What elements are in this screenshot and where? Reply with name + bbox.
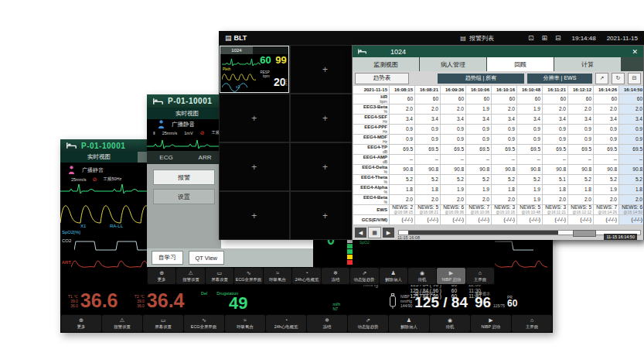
- empty-tile[interactable]: +: [290, 45, 361, 94]
- empty-tile[interactable]: +: [290, 94, 361, 142]
- toolbar-button-4[interactable]: ∿ECG全屏界面: [184, 315, 224, 332]
- toolbar-button-3[interactable]: ▭屏幕设置: [143, 315, 183, 332]
- trend-group-button[interactable]: 趋势组 | 所有: [438, 74, 524, 84]
- toolbar-button-7[interactable]: ❄冻结: [307, 315, 347, 332]
- toolbar-icon: ❄: [325, 317, 329, 324]
- row-label: HRbpm: [353, 94, 390, 104]
- toolbar-button-6[interactable]: ◔24h心电概览: [266, 315, 306, 332]
- toolbar-label: 解除病人: [400, 324, 417, 329]
- clock-date: 2021-11-15: [607, 35, 638, 42]
- spo2-wave-label: SpO2[%]: [62, 230, 80, 235]
- trend-cell: 0.9: [543, 135, 568, 145]
- toolbar-button-11[interactable]: ▶NIBP 启动: [437, 268, 465, 284]
- toolbar-button-1[interactable]: ⊕更多: [61, 315, 101, 332]
- trend-table-button[interactable]: 趋势表: [355, 73, 409, 84]
- trend-cell: 3.4: [619, 115, 644, 125]
- alarm-list-button[interactable]: ▤ 报警列表: [460, 34, 494, 43]
- toolbar-button-11[interactable]: ▶NIBP 启动: [471, 315, 511, 332]
- trend-cell: 0.9: [441, 135, 466, 145]
- scrollbar-thumb[interactable]: [408, 231, 557, 235]
- trend-cell: --: [517, 155, 543, 165]
- w1-patient-row[interactable]: 广播静音: [68, 166, 104, 174]
- trend-row-ews: EWSNEWS: 2@16:08:15NEWS: 5@16:08:21NEWS:…: [353, 205, 644, 215]
- row-label: EEG4-Beta%: [353, 195, 390, 205]
- trend-cell: (-/-/-): [543, 215, 568, 225]
- empty-tile[interactable]: +: [219, 191, 290, 240]
- trend-cell: 2.0: [619, 104, 644, 115]
- app-logo: ▤ BLT: [225, 34, 247, 42]
- toolbar-button-2[interactable]: ⚠报警设置: [176, 268, 204, 284]
- export-icon[interactable]: ⊡: [528, 34, 534, 42]
- qt-view-button[interactable]: QT View: [189, 251, 224, 265]
- trend-cell: 3.4: [594, 115, 619, 125]
- w1-tab-live-view[interactable]: 实时视图: [60, 152, 138, 163]
- dialog-tab-monitor-view[interactable]: 监测视图: [353, 57, 419, 71]
- grid-cell-1024[interactable]: 1024 60 99 Pleth RESPbpm 20 308 x1: [219, 45, 290, 94]
- toolbar-icon: ⚠: [120, 317, 124, 324]
- calendar-button[interactable]: ▦: [368, 227, 381, 238]
- dialog-navbar: ◀ ▦ ▶ 11-15 16:08 11-15 16:14:50: [353, 225, 643, 240]
- tile-spo2-value: 99: [275, 54, 286, 66]
- close-icon[interactable]: ✕: [632, 48, 638, 56]
- refresh-icon[interactable]: ↻: [612, 73, 625, 84]
- empty-tile[interactable]: +: [219, 94, 290, 142]
- trend-cell: --: [441, 155, 466, 165]
- toolbar-button-2[interactable]: ⚠报警设置: [102, 315, 142, 332]
- toolbar-button-5[interactable]: ≈呼吸氧合: [225, 315, 265, 332]
- toolbar-button-7[interactable]: ❄冻结: [322, 268, 349, 284]
- scrollbar-handle[interactable]: [573, 230, 596, 237]
- trend-cell: 0.9: [466, 135, 492, 145]
- trend-cell: 2.0: [619, 195, 644, 205]
- trend-cell: 1.9: [517, 185, 543, 195]
- page-next-button[interactable]: ▶: [383, 228, 394, 238]
- w2-tab-live-view[interactable]: 实时视图: [147, 108, 227, 119]
- dialog-tab-patient-management[interactable]: 病人管理: [420, 57, 486, 71]
- network-icon[interactable]: ⊞: [541, 34, 547, 42]
- toolbar-button-10[interactable]: ◉待机: [408, 268, 436, 284]
- print-icon[interactable]: ⊟: [628, 73, 641, 84]
- printer-icon[interactable]: ⊟: [555, 34, 561, 42]
- tile-resp-limits: 308: [284, 79, 288, 87]
- empty-tile[interactable]: +: [219, 142, 290, 191]
- trend-cell: 5.2: [415, 175, 441, 185]
- empty-tile[interactable]: +: [290, 191, 361, 240]
- trend-row-eeg4-ppf: EEG4-PPFHz0.90.90.90.90.90.90.90.90.90.9: [353, 125, 644, 135]
- empty-tile[interactable]: +: [290, 142, 361, 191]
- toolbar-button-4[interactable]: ∿ECG全屏界面: [234, 268, 263, 284]
- dialog-tab-review[interactable]: 回顾: [487, 57, 554, 71]
- current-position-badge: 11-15 16:14:50: [604, 234, 637, 240]
- toolbar-icon: ◉: [420, 270, 424, 276]
- toolbar-label: 待机: [418, 276, 427, 282]
- infusion-display[interactable]: DelDrugstation 49 ml/hN7: [201, 291, 340, 311]
- monitor-tile-1024[interactable]: 1024 60 99 Pleth RESPbpm 20 308 x1: [220, 46, 289, 93]
- resolution-button[interactable]: 分辨率 | EWS: [527, 74, 592, 84]
- toolbar-button-3[interactable]: ▭屏幕设置: [206, 268, 233, 284]
- temp1-display[interactable]: T1 ℃ 39.0 36.0 36.6: [68, 291, 118, 310]
- nibp-map-value: 96: [475, 296, 491, 310]
- toolbar-button-12[interactable]: ⌂主界面: [512, 315, 552, 332]
- toolbar-button-8[interactable]: ⇗动态短趋势: [350, 268, 378, 284]
- page-prev-button[interactable]: ◀: [355, 228, 366, 238]
- tab-ecg[interactable]: ECG: [147, 151, 186, 164]
- trend-cell: 1.8: [492, 185, 517, 195]
- toolbar-button-6[interactable]: ◔24h心电概览: [292, 268, 320, 284]
- toolbar-button-9[interactable]: ♟解除病人: [389, 315, 429, 332]
- nibp-display[interactable]: NIBP mmHg 144/90 @12:00:21 125 / 84 测量提示…: [400, 291, 553, 310]
- toolbar-button-8[interactable]: ⇗动态短趋势: [348, 315, 388, 332]
- temp2-display[interactable]: T2 ℃ 39.0 36.0 36.4: [135, 291, 185, 310]
- toolbar-button-1[interactable]: ⊕更多: [148, 268, 175, 284]
- toolbar-button-9[interactable]: ♟解除病人: [380, 268, 407, 284]
- toolbar-button-10[interactable]: ◉待机: [430, 315, 470, 332]
- export-trend-icon[interactable]: ↗: [595, 73, 608, 84]
- sidebar-item-alarm[interactable]: 报警: [153, 170, 215, 185]
- trend-cell: 2.0: [594, 104, 619, 115]
- toolbar-icon: ⌂: [530, 317, 533, 324]
- sidebar-item-setup[interactable]: 设置: [153, 189, 215, 204]
- self-learn-button[interactable]: 自学习: [152, 251, 183, 265]
- toolbar-label: 呼吸氧合: [269, 276, 286, 282]
- trend-cell: 2.0: [441, 104, 466, 115]
- row-label: GCS(E/V/M): [353, 215, 390, 225]
- toolbar-button-5[interactable]: ≈呼吸氧合: [264, 268, 291, 284]
- dialog-tab-calculate[interactable]: 计算: [554, 57, 621, 71]
- toolbar-button-12[interactable]: ⌂主界面: [466, 268, 494, 284]
